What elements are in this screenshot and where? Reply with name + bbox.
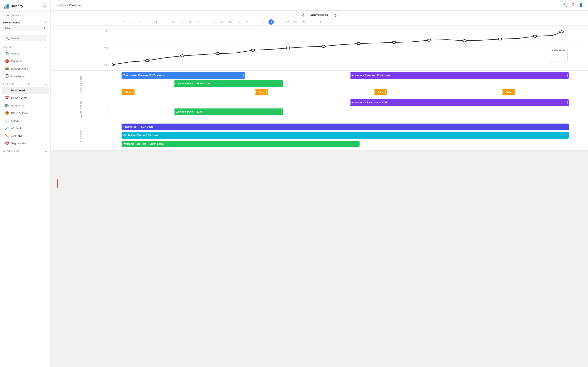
day-12[interactable]: 12: [202, 19, 210, 25]
liveops-section-header: LIVEOPS ⚙ ▲: [0, 80, 51, 86]
liveops-collapse-icon[interactable]: ▲: [45, 83, 47, 85]
welcome-pack-test-bar[interactable]: Welcome Pack Test — 78.9K users: [121, 141, 360, 147]
search-topbar-icon[interactable]: 🔍: [563, 3, 568, 8]
tournament-event-bar[interactable]: Tournament Event — 163.7K users: [121, 72, 245, 79]
day-24[interactable]: 24: [300, 19, 308, 25]
sale-badge-3[interactable]: Sale: [374, 89, 387, 95]
back-link[interactable]: ← All games: [0, 12, 51, 19]
sale-badge-1[interactable]: Sale: [121, 89, 135, 95]
localization-icon: 💬: [5, 74, 9, 78]
sidebar-item-overrides[interactable]: ✏️ Overrides: [2, 132, 49, 139]
sidebar-item-dashboard[interactable]: 📊 Dashboard: [2, 87, 49, 94]
sidebar-item-data-structure[interactable]: 📦 Data Structure: [2, 65, 49, 72]
day-25[interactable]: 25: [308, 19, 316, 25]
sale-badge-2[interactable]: Sale: [255, 89, 268, 95]
day-19[interactable]: 19: [259, 19, 267, 25]
tournament-event-label: Tournament Event — 163.7K users: [123, 74, 164, 77]
control-items: ✈️ Deploy 🍎 Platforms 📦 Data Structure 💬…: [0, 50, 51, 80]
day-15[interactable]: 15: [226, 19, 234, 25]
sidebar-item-platforms[interactable]: 🍎 Platforms: [2, 57, 49, 65]
day-number-5: 5: [146, 19, 151, 25]
day-21[interactable]: 21: [275, 19, 283, 25]
day-number-20: 20: [268, 19, 274, 25]
sidebar-item-game-store[interactable]: 🛍️ Game Store: [2, 102, 49, 109]
day-number-26: 26: [318, 19, 323, 25]
day-number-24: 24: [301, 19, 306, 25]
svg-point-13: [357, 42, 361, 45]
sidebar-item-ab-tests[interactable]: 🧪 A/B Tests: [2, 124, 49, 132]
day-17[interactable]: 17: [242, 19, 251, 25]
month-nav: ❮ SEPTEMBER ❯: [51, 13, 588, 19]
welcome-pack-offer-bar[interactable]: Welcome Pack — $23K: [174, 108, 283, 115]
platforms-label: Platforms: [11, 59, 22, 63]
day-number-9: 9: [179, 19, 184, 25]
segmentation-label: Segmentation: [11, 142, 27, 145]
day-18[interactable]: 18: [251, 19, 259, 25]
day-number-10: 10: [187, 19, 192, 25]
scripts-label: Scripts: [11, 119, 19, 122]
sale-2-label: Sale: [259, 91, 264, 94]
prev-month-button[interactable]: ❮: [300, 13, 306, 18]
day-20[interactable]: 20: [267, 19, 275, 25]
back-label: All games: [7, 14, 19, 17]
day-5[interactable]: 5: [145, 19, 153, 25]
search-input[interactable]: [10, 37, 45, 40]
pricing-test-bar[interactable]: Pricing Test — 5.2K users: [121, 124, 569, 130]
day-8[interactable]: 8: [169, 19, 177, 25]
adventures-backpack-bar[interactable]: Adventure's Backpack — $31K: [350, 99, 569, 106]
sidebar-item-segmentation[interactable]: 🎯 Segmentation: [2, 140, 49, 147]
day-3[interactable]: 3: [128, 19, 136, 25]
day-27[interactable]: 27: [324, 19, 332, 25]
day-1[interactable]: 1: [112, 19, 120, 25]
collapse-button[interactable]: ❮: [43, 3, 47, 9]
sale-3-label: Sale: [378, 91, 383, 94]
sidebar-item-offers-items[interactable]: 🎁 Offers & Items: [2, 109, 49, 117]
dashboard-label: Dashboard: [11, 89, 25, 92]
sale-badge-4[interactable]: Sale: [502, 89, 515, 95]
project-name: Project name: [3, 21, 20, 24]
day-11[interactable]: 11: [194, 19, 202, 25]
user-icon[interactable]: 👤: [579, 3, 583, 8]
help-icon[interactable]: ❓: [571, 3, 575, 8]
project-settings-icon[interactable]: ⚙: [44, 21, 47, 24]
day-26[interactable]: 26: [316, 19, 324, 25]
sidebar-item-scripts[interactable]: 📄 Scripts: [2, 117, 49, 124]
day-10[interactable]: 10: [185, 19, 194, 25]
next-month-button[interactable]: ❯: [333, 13, 338, 18]
svg-point-11: [286, 47, 290, 49]
app-logo: [3, 3, 9, 9]
revenue-chart-label: $ REVENUE: [549, 48, 568, 62]
sidebar-item-deploy[interactable]: ✈️ Deploy: [2, 50, 49, 57]
svg-point-12: [322, 45, 325, 48]
welcome-pack-event-bar[interactable]: Welcome Pack — 78.5K users: [174, 80, 283, 87]
sidebar-item-localization[interactable]: 💬 Localization: [2, 72, 49, 80]
topbar: LiveOps / Dashboard 🔍 ❓ 👤: [51, 0, 588, 11]
liveops-settings-icon[interactable]: ⚙: [27, 82, 30, 86]
day-number-4: 4: [138, 19, 143, 25]
singletons-collapse-icon[interactable]: ▲: [45, 150, 47, 152]
y-label-25k: 25K: [104, 30, 108, 32]
adventure-event-bar[interactable]: Adventure Event — 123.4K users: [350, 72, 569, 79]
game-offer-section: GAME OFFER Adventure's Backpack — $31K W…: [51, 97, 588, 122]
battle-pass-test-bar[interactable]: Battle Pass Test — 3.1K users: [121, 132, 569, 139]
offers-items-label: Offers & Items: [11, 111, 28, 115]
topbar-actions: 🔍 ❓ 👤: [563, 3, 583, 8]
day-4[interactable]: 4: [136, 19, 145, 25]
day-6[interactable]: 6: [153, 19, 161, 25]
day-9[interactable]: 9: [177, 19, 185, 25]
day-2[interactable]: 2: [120, 19, 128, 25]
ab-tests-label: A/B Tests: [11, 127, 22, 130]
svg-point-14: [392, 42, 396, 44]
control-collapse-icon[interactable]: ▲: [45, 46, 47, 49]
day-16[interactable]: 16: [234, 19, 242, 25]
day-14[interactable]: 14: [218, 19, 226, 25]
sidebar: Balancy ❮ ← All games Project name ⚙ Dev…: [0, 0, 51, 367]
env-select[interactable]: Dev ▾: [3, 25, 47, 31]
svg-point-6: [112, 64, 114, 66]
day-23[interactable]: 23: [292, 19, 300, 25]
chevron-down-icon: ▾: [44, 26, 45, 30]
day-22[interactable]: 22: [283, 19, 292, 25]
day-7[interactable]: 7: [161, 19, 169, 25]
day-13[interactable]: 13: [210, 19, 218, 25]
sidebar-item-game-events[interactable]: 📅 Game Events: [2, 94, 49, 101]
